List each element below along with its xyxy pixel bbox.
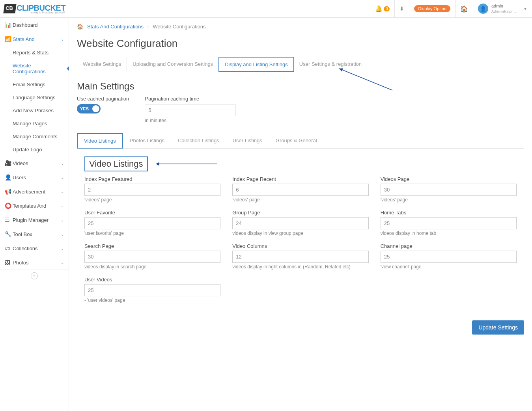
chevron-right-icon: › (147, 24, 149, 29)
sidebar-sub-email[interactable]: Email Settings (0, 78, 69, 91)
home-tabs-label: Home Tabs (381, 210, 517, 216)
video-columns-label: Video Columns (232, 243, 368, 249)
pagination-time-help: in minutes (145, 118, 235, 123)
sidebar-item-stats[interactable]: 📶 Stats And ⌄ (0, 32, 69, 46)
index-recent-label: Index Page Recent (232, 176, 368, 182)
sidebar-sub-reports[interactable]: Reports & Stats (0, 46, 69, 59)
sidebar-item-toolbox[interactable]: 🔧Tool Box⌄ (0, 227, 69, 241)
toggle-text: YES (80, 106, 89, 111)
chevron-down-icon: ⌄ (61, 161, 64, 166)
display-option-button[interactable]: Display Option (409, 0, 455, 18)
tab-user-settings[interactable]: User Settings & registration (294, 57, 367, 72)
sidebar-item-dashboard[interactable]: 📊 Dashboard (0, 18, 69, 32)
image-icon: 🖼 (5, 259, 13, 266)
user-videos-input[interactable] (84, 284, 220, 296)
chevron-down-icon: ⌄ (61, 175, 64, 180)
chevron-down-icon: ⌄ (61, 37, 64, 41)
notifications-button[interactable]: 🔔 0 (370, 0, 395, 18)
index-featured-hint: 'videos' page (84, 197, 220, 203)
logo-icon (3, 4, 16, 13)
subtab-collection-listings[interactable]: Collection Listings (171, 133, 226, 149)
channel-page-hint: 'view channel' page (381, 264, 517, 270)
pagination-time-input[interactable] (145, 104, 235, 116)
user-name: admin (491, 4, 503, 8)
update-settings-button[interactable]: Update Settings (472, 320, 524, 335)
home-icon[interactable]: 🏠 (77, 24, 83, 30)
pagination-time-label: Pagination caching time (145, 96, 235, 102)
search-page-hint: videos display in search page (84, 264, 220, 270)
sidebar-item-users[interactable]: 👤Users⌄ (0, 170, 69, 184)
channel-page-input[interactable] (381, 251, 517, 263)
play-circle-icon: ⭕ (5, 203, 13, 209)
user-menu[interactable]: 👤 admin Administrator ... ▼ (473, 0, 532, 18)
sidebar-item-videos[interactable]: 🎥Videos⌄ (0, 156, 69, 170)
videos-page-hint: 'videos' page (381, 197, 517, 203)
sidebar-sub-language[interactable]: Language Settings (0, 91, 69, 104)
home-button[interactable]: 🏠 (455, 0, 473, 18)
sidebar-sub-comments[interactable]: Manage Comments (0, 130, 69, 143)
toggle-knob (92, 105, 99, 112)
home-tabs-input[interactable] (381, 217, 517, 229)
tab-display-settings[interactable]: Display and Listing Settings (218, 57, 294, 72)
display-option-label: Display Option (414, 5, 450, 12)
subtab-user-listings[interactable]: User Listings (226, 133, 269, 149)
avatar-icon: 👤 (478, 4, 488, 14)
videos-page-input[interactable] (381, 184, 517, 196)
sidebar-item-advertisement[interactable]: 📢Advertisement⌄ (0, 184, 69, 199)
breadcrumb-link-1[interactable]: Stats And Configurations (87, 24, 144, 30)
megaphone-icon: 📢 (5, 188, 13, 195)
cache-pagination-toggle[interactable]: YES (77, 104, 101, 113)
download-button[interactable]: ⬇ (394, 0, 409, 18)
chevron-down-icon: ⌄ (61, 190, 64, 194)
tab-website-settings[interactable]: Website Settings (77, 57, 127, 72)
video-columns-hint: videos display in right columns ie (Rand… (232, 264, 368, 270)
user-favorite-input[interactable] (84, 217, 220, 229)
chart-icon: 📶 (5, 36, 13, 42)
cache-pagination-label: Use cached pagination (77, 96, 129, 102)
sidebar-sub-pages[interactable]: Manage Pages (0, 117, 69, 130)
sidebar-item-label: Dashboard (13, 22, 38, 28)
bell-icon: 🔔 (375, 5, 383, 12)
annotation-arrow-icon (154, 160, 221, 168)
chevron-down-icon: ⌄ (61, 232, 64, 236)
subtab-video-listings[interactable]: Video Listings (77, 133, 123, 149)
logo[interactable]: CLIPBUCKET a way to broadcast yourself (0, 0, 69, 18)
user-videos-label: User Videos (84, 277, 220, 283)
wrench-icon: 🔧 (5, 231, 13, 237)
tab-upload-settings[interactable]: Uploading and Conversion Settings (127, 57, 219, 72)
group-page-input[interactable] (232, 217, 368, 229)
download-icon: ⬇ (399, 6, 404, 12)
sidebar-item-plugin[interactable]: ☰Plugin Manager⌄ (0, 213, 69, 227)
collapse-sidebar-button[interactable]: « (0, 270, 69, 282)
index-featured-input[interactable] (84, 184, 220, 196)
chevron-down-icon: ⌄ (61, 218, 64, 222)
home-tabs-hint: videos display in home tab (381, 231, 517, 236)
chevron-down-icon: ⌄ (61, 204, 64, 208)
sidebar-item-templates[interactable]: ⭕Templates And⌄ (0, 199, 69, 213)
notif-count: 0 (384, 6, 390, 11)
main-settings-heading: Main Settings (77, 81, 524, 92)
chevron-down-icon: ▼ (523, 7, 527, 11)
subtab-groups-general[interactable]: Groups & General (269, 133, 324, 149)
sidebar-item-collections[interactable]: 🗂Collections⌄ (0, 241, 69, 255)
home-icon: 🏠 (460, 5, 468, 13)
user-icon: 👤 (5, 174, 13, 180)
sidebar-item-photos[interactable]: 🖼Photos⌄ (0, 255, 69, 270)
sidebar-sub-logo[interactable]: Update Logo (0, 143, 69, 156)
sidebar-item-label: Stats And (13, 36, 35, 42)
sidebar-sub-website-config[interactable]: Website Configurations (0, 59, 69, 78)
breadcrumb-current: Website Configurations (153, 24, 205, 30)
page-title: Website Configuration (77, 37, 524, 50)
subtab-photos-listings[interactable]: Photos Listings (123, 133, 171, 149)
sidebar-sub-phrases[interactable]: Add New Phrases (0, 104, 69, 117)
video-columns-input[interactable] (232, 251, 368, 263)
chevron-down-icon: ⌄ (61, 260, 64, 265)
index-recent-input[interactable] (232, 184, 368, 196)
settings-tabs: Website Settings Uploading and Conversio… (77, 57, 524, 72)
user-favorite-hint: 'user favorits' page (84, 231, 220, 236)
index-recent-hint: 'videos' page (232, 197, 368, 203)
videos-page-label: Videos Page (381, 176, 517, 182)
user-favorite-label: User Favorite (84, 210, 220, 216)
video-listings-heading: Video Listings (84, 156, 148, 171)
search-page-input[interactable] (84, 251, 220, 263)
